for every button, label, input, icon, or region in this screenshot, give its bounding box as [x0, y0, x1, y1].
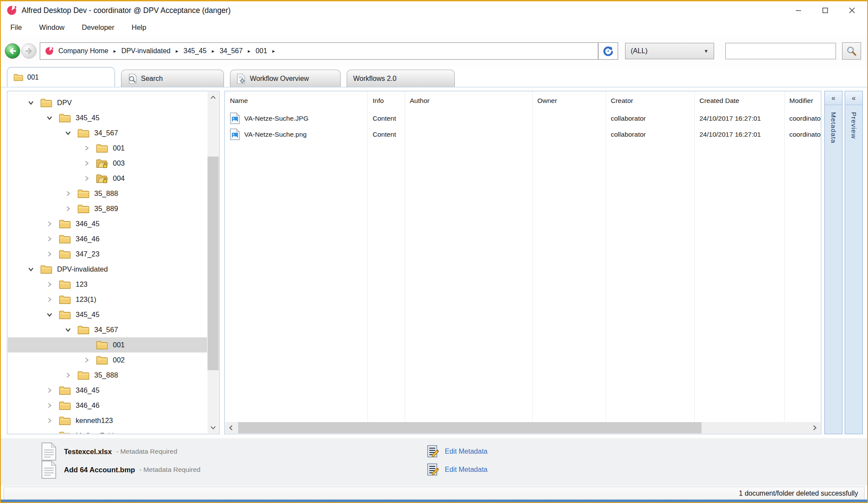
tree-item-003[interactable]: 003 — [8, 156, 207, 171]
scroll-down-icon[interactable] — [207, 422, 219, 433]
preview-side-panel[interactable]: « Preview — [845, 91, 863, 434]
metadata-collapse-button[interactable]: « — [825, 91, 842, 105]
minimize-button[interactable] — [785, 1, 812, 19]
table-horizontal-scrollbar[interactable] — [225, 422, 820, 433]
chevron-collapsed-icon[interactable] — [83, 175, 90, 182]
menu-item-window[interactable]: Window — [39, 23, 65, 32]
menu-item-help[interactable]: Help — [132, 23, 147, 32]
tree-item-345-45[interactable]: 345_45 — [8, 110, 207, 125]
tree-item-346-46[interactable]: 346_46 — [8, 398, 207, 413]
tree-item-002[interactable]: 002 — [8, 352, 207, 368]
tree-vertical-scrollbar[interactable] — [207, 92, 219, 433]
chevron-collapsed-icon[interactable] — [46, 281, 53, 288]
chevron-collapsed-icon[interactable] — [83, 357, 90, 364]
breadcrumb-item-001[interactable]: 001 — [255, 47, 267, 55]
chevron-collapsed-icon[interactable] — [65, 190, 72, 197]
tree-item-123[interactable]: 123 — [8, 277, 207, 292]
workflow-refresh-button[interactable] — [598, 42, 618, 60]
breadcrumb-item-345-45[interactable]: 345_45 — [184, 47, 207, 55]
back-button[interactable] — [4, 43, 21, 59]
cell-created: 24/10/2017 16:27:01 — [694, 126, 784, 142]
table-body: VA-Netze-Suche.JPGContentcollaborator24/… — [225, 110, 821, 422]
tree-item-label: 346_45 — [76, 220, 99, 228]
column-header-name[interactable]: Name — [225, 91, 367, 110]
edit-metadata-link[interactable]: Edit Metadata — [445, 466, 488, 474]
tree-item-dpv[interactable]: DPV — [8, 95, 207, 110]
chevron-collapsed-icon[interactable] — [65, 372, 72, 379]
scroll-right-icon[interactable] — [809, 422, 820, 433]
preview-panel-label: Preview — [850, 112, 858, 139]
table-row[interactable]: VA-Netze-Suche.pngContentcollaborator24/… — [225, 126, 821, 142]
chevron-expanded-icon[interactable] — [46, 311, 53, 318]
tree-item-123-1[interactable]: 123(1) — [8, 292, 207, 307]
tree-item-346-45[interactable]: 346_45 — [8, 383, 207, 398]
tree-item-346-45[interactable]: 346_45 — [8, 216, 207, 231]
edit-metadata-action[interactable]: Edit Metadata — [427, 445, 488, 458]
tree-item-35-889[interactable]: 35_889 — [8, 201, 207, 216]
chevron-expanded-icon[interactable] — [28, 266, 35, 273]
tab-workflow-overview[interactable]: Workflow Overview — [230, 70, 341, 87]
chevron-expanded-icon[interactable] — [28, 99, 35, 106]
tree-item-001[interactable]: 001 — [8, 337, 207, 352]
breadcrumb-arrow-icon: ▸ — [272, 48, 275, 54]
filter-dropdown[interactable]: (ALL) ▼ — [625, 43, 714, 59]
chevron-collapsed-icon[interactable] — [46, 433, 53, 434]
menu-item-developer[interactable]: Developer — [82, 23, 114, 32]
tab-001[interactable]: 001 — [7, 67, 115, 87]
chevron-collapsed-icon[interactable] — [46, 221, 53, 227]
chevron-collapsed-icon[interactable] — [83, 145, 90, 152]
search-button[interactable] — [842, 42, 861, 60]
tree-item-001[interactable]: 001 — [8, 141, 207, 156]
document-name: VA-Netze-Suche.JPG — [244, 115, 309, 122]
tree-item-004[interactable]: 004 — [8, 171, 207, 186]
chevron-collapsed-icon[interactable] — [46, 296, 53, 303]
tree-item-35-888[interactable]: 35_888 — [8, 368, 207, 383]
table-scrollbar-thumb[interactable] — [238, 422, 702, 433]
breadcrumb-item-34-567[interactable]: 34_567 — [220, 47, 243, 55]
chevron-collapsed-icon[interactable] — [46, 417, 53, 424]
tree-item-346-46[interactable]: 346_46 — [8, 231, 207, 247]
chevron-collapsed-icon[interactable] — [46, 251, 53, 258]
tab-search[interactable]: Search — [121, 70, 224, 87]
maximize-button[interactable] — [812, 1, 839, 19]
tab-workflows-2-0[interactable]: Workflows 2.0 — [347, 70, 455, 87]
preview-collapse-button[interactable]: « — [845, 91, 862, 105]
edit-metadata-action[interactable]: Edit Metadata — [427, 463, 488, 476]
edit-metadata-link[interactable]: Edit Metadata — [445, 448, 488, 455]
chevron-expanded-icon[interactable] — [65, 327, 72, 333]
column-header-owner[interactable]: Owner — [532, 91, 606, 110]
chevron-collapsed-icon[interactable] — [46, 236, 53, 243]
tree-item-dpv-invalidated[interactable]: DPV-invalidated — [8, 262, 207, 277]
column-header-creator[interactable]: Creator — [606, 91, 694, 110]
folder-icon — [59, 113, 71, 123]
column-header-created-date[interactable]: Created Date — [694, 91, 784, 110]
tree-item-34-567[interactable]: 34_567 — [8, 322, 207, 337]
breadcrumb-item-company-home[interactable]: Company Home — [58, 47, 108, 55]
metadata-side-panel[interactable]: « Metadata — [824, 91, 842, 434]
tree-item-kenneth123[interactable]: kenneth123 — [8, 413, 207, 428]
breadcrumb-item-dpv-invalidated[interactable]: DPV-invalidated — [121, 47, 171, 55]
tree-scrollbar-thumb[interactable] — [207, 157, 219, 370]
chevron-collapsed-icon[interactable] — [83, 160, 90, 167]
chevron-expanded-icon[interactable] — [46, 115, 53, 122]
folder-icon — [77, 189, 89, 199]
chevron-collapsed-icon[interactable] — [46, 387, 53, 394]
tree-item-345-45[interactable]: 345_45 — [8, 307, 207, 322]
column-header-author[interactable]: Author — [405, 91, 532, 110]
tree-item-label: 001 — [113, 341, 125, 349]
tree-item-myownfolder[interactable]: MyOwnFolder — [8, 428, 207, 433]
tree-item-34-567[interactable]: 34_567 — [8, 125, 207, 141]
scroll-up-icon[interactable] — [207, 92, 219, 103]
chevron-collapsed-icon[interactable] — [65, 205, 72, 212]
search-input[interactable] — [725, 43, 836, 59]
table-row[interactable]: VA-Netze-Suche.JPGContentcollaborator24/… — [225, 110, 821, 126]
close-button[interactable] — [839, 1, 865, 19]
forward-button[interactable] — [21, 43, 37, 59]
scroll-left-icon[interactable] — [225, 422, 236, 433]
tree-item-347-23[interactable]: 347_23 — [8, 247, 207, 262]
chevron-expanded-icon[interactable] — [65, 130, 72, 137]
tree-item-35-888[interactable]: 35_888 — [8, 186, 207, 201]
menu-item-file[interactable]: File — [10, 23, 22, 32]
chevron-collapsed-icon[interactable] — [46, 402, 53, 409]
column-header-info[interactable]: Info — [367, 91, 405, 110]
